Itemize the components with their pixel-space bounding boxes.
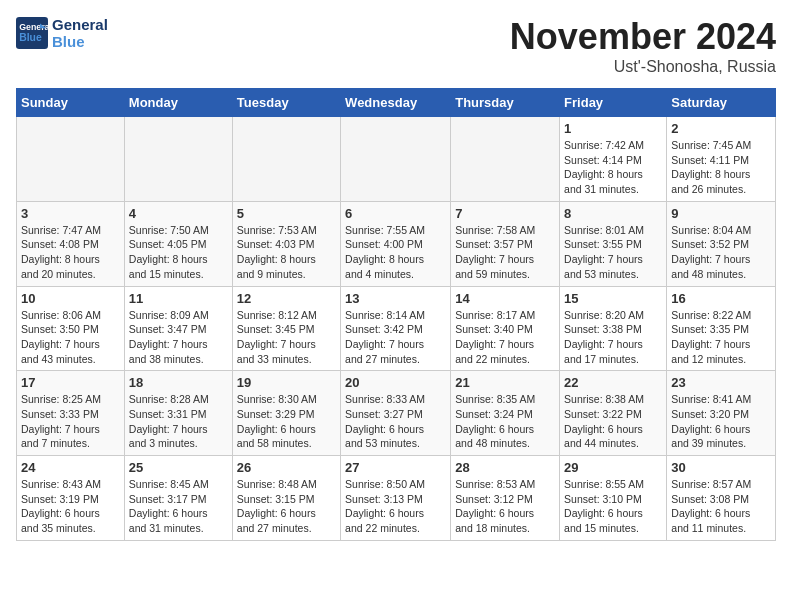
day-number: 22 (564, 375, 662, 390)
calendar-cell: 2Sunrise: 7:45 AMSunset: 4:11 PMDaylight… (667, 117, 776, 202)
calendar-cell: 13Sunrise: 8:14 AMSunset: 3:42 PMDayligh… (341, 286, 451, 371)
weekday-header-thursday: Thursday (451, 89, 560, 117)
day-info: Sunrise: 8:12 AMSunset: 3:45 PMDaylight:… (237, 308, 336, 367)
day-info: Sunrise: 7:45 AMSunset: 4:11 PMDaylight:… (671, 138, 771, 197)
day-info: Sunrise: 8:38 AMSunset: 3:22 PMDaylight:… (564, 392, 662, 451)
day-info: Sunrise: 7:42 AMSunset: 4:14 PMDaylight:… (564, 138, 662, 197)
calendar-cell (451, 117, 560, 202)
day-info: Sunrise: 8:06 AMSunset: 3:50 PMDaylight:… (21, 308, 120, 367)
calendar-cell: 17Sunrise: 8:25 AMSunset: 3:33 PMDayligh… (17, 371, 125, 456)
daylight-hours: and 59 minutes. (455, 267, 555, 282)
calendar-cell: 6Sunrise: 7:55 AMSunset: 4:00 PMDaylight… (341, 201, 451, 286)
daylight-hours: and 31 minutes. (564, 182, 662, 197)
day-number: 28 (455, 460, 555, 475)
day-number: 3 (21, 206, 120, 221)
day-info: Sunrise: 7:58 AMSunset: 3:57 PMDaylight:… (455, 223, 555, 282)
daylight-hours: and 22 minutes. (455, 352, 555, 367)
calendar-cell: 18Sunrise: 8:28 AMSunset: 3:31 PMDayligh… (124, 371, 232, 456)
day-info: Sunrise: 8:50 AMSunset: 3:13 PMDaylight:… (345, 477, 446, 536)
daylight-hours: and 15 minutes. (564, 521, 662, 536)
day-number: 15 (564, 291, 662, 306)
day-number: 5 (237, 206, 336, 221)
weekday-header-monday: Monday (124, 89, 232, 117)
calendar-cell: 23Sunrise: 8:41 AMSunset: 3:20 PMDayligh… (667, 371, 776, 456)
calendar-cell: 19Sunrise: 8:30 AMSunset: 3:29 PMDayligh… (232, 371, 340, 456)
daylight-hours: and 20 minutes. (21, 267, 120, 282)
calendar-cell (124, 117, 232, 202)
calendar-header-row: SundayMondayTuesdayWednesdayThursdayFrid… (17, 89, 776, 117)
day-info: Sunrise: 8:20 AMSunset: 3:38 PMDaylight:… (564, 308, 662, 367)
daylight-hours: and 48 minutes. (671, 267, 771, 282)
day-number: 20 (345, 375, 446, 390)
svg-text:Blue: Blue (19, 32, 42, 43)
daylight-hours: and 44 minutes. (564, 436, 662, 451)
daylight-hours: and 27 minutes. (345, 352, 446, 367)
calendar-cell: 20Sunrise: 8:33 AMSunset: 3:27 PMDayligh… (341, 371, 451, 456)
month-title: November 2024 (510, 16, 776, 58)
calendar-cell: 21Sunrise: 8:35 AMSunset: 3:24 PMDayligh… (451, 371, 560, 456)
daylight-hours: and 4 minutes. (345, 267, 446, 282)
day-info: Sunrise: 8:04 AMSunset: 3:52 PMDaylight:… (671, 223, 771, 282)
day-number: 11 (129, 291, 228, 306)
weekday-header-sunday: Sunday (17, 89, 125, 117)
day-info: Sunrise: 8:17 AMSunset: 3:40 PMDaylight:… (455, 308, 555, 367)
day-info: Sunrise: 8:33 AMSunset: 3:27 PMDaylight:… (345, 392, 446, 451)
calendar-cell (341, 117, 451, 202)
day-number: 30 (671, 460, 771, 475)
calendar-cell (17, 117, 125, 202)
day-info: Sunrise: 8:45 AMSunset: 3:17 PMDaylight:… (129, 477, 228, 536)
day-number: 6 (345, 206, 446, 221)
day-number: 17 (21, 375, 120, 390)
day-number: 1 (564, 121, 662, 136)
calendar-week-5: 24Sunrise: 8:43 AMSunset: 3:19 PMDayligh… (17, 456, 776, 541)
day-number: 9 (671, 206, 771, 221)
day-number: 12 (237, 291, 336, 306)
calendar-cell (232, 117, 340, 202)
day-number: 29 (564, 460, 662, 475)
calendar-cell: 8Sunrise: 8:01 AMSunset: 3:55 PMDaylight… (560, 201, 667, 286)
day-info: Sunrise: 8:01 AMSunset: 3:55 PMDaylight:… (564, 223, 662, 282)
daylight-hours: and 15 minutes. (129, 267, 228, 282)
calendar-cell: 25Sunrise: 8:45 AMSunset: 3:17 PMDayligh… (124, 456, 232, 541)
day-number: 4 (129, 206, 228, 221)
daylight-hours: and 22 minutes. (345, 521, 446, 536)
day-number: 13 (345, 291, 446, 306)
calendar-cell: 11Sunrise: 8:09 AMSunset: 3:47 PMDayligh… (124, 286, 232, 371)
daylight-hours: and 48 minutes. (455, 436, 555, 451)
calendar-cell: 28Sunrise: 8:53 AMSunset: 3:12 PMDayligh… (451, 456, 560, 541)
calendar-week-3: 10Sunrise: 8:06 AMSunset: 3:50 PMDayligh… (17, 286, 776, 371)
weekday-header-friday: Friday (560, 89, 667, 117)
day-number: 2 (671, 121, 771, 136)
day-number: 23 (671, 375, 771, 390)
day-info: Sunrise: 8:14 AMSunset: 3:42 PMDaylight:… (345, 308, 446, 367)
calendar-cell: 10Sunrise: 8:06 AMSunset: 3:50 PMDayligh… (17, 286, 125, 371)
calendar-cell: 3Sunrise: 7:47 AMSunset: 4:08 PMDaylight… (17, 201, 125, 286)
calendar-cell: 30Sunrise: 8:57 AMSunset: 3:08 PMDayligh… (667, 456, 776, 541)
daylight-hours: and 26 minutes. (671, 182, 771, 197)
day-number: 10 (21, 291, 120, 306)
daylight-hours: and 7 minutes. (21, 436, 120, 451)
calendar-week-1: 1Sunrise: 7:42 AMSunset: 4:14 PMDaylight… (17, 117, 776, 202)
daylight-hours: and 31 minutes. (129, 521, 228, 536)
weekday-header-wednesday: Wednesday (341, 89, 451, 117)
location: Ust'-Shonosha, Russia (510, 58, 776, 76)
daylight-hours: and 53 minutes. (345, 436, 446, 451)
day-number: 21 (455, 375, 555, 390)
logo-icon: General Blue (16, 17, 48, 49)
daylight-hours: and 9 minutes. (237, 267, 336, 282)
daylight-hours: and 53 minutes. (564, 267, 662, 282)
logo-text-general: General (52, 16, 108, 33)
day-number: 19 (237, 375, 336, 390)
calendar-cell: 5Sunrise: 7:53 AMSunset: 4:03 PMDaylight… (232, 201, 340, 286)
day-info: Sunrise: 8:28 AMSunset: 3:31 PMDaylight:… (129, 392, 228, 451)
daylight-hours: and 43 minutes. (21, 352, 120, 367)
daylight-hours: and 11 minutes. (671, 521, 771, 536)
day-info: Sunrise: 7:50 AMSunset: 4:05 PMDaylight:… (129, 223, 228, 282)
day-info: Sunrise: 8:55 AMSunset: 3:10 PMDaylight:… (564, 477, 662, 536)
day-number: 26 (237, 460, 336, 475)
day-info: Sunrise: 8:09 AMSunset: 3:47 PMDaylight:… (129, 308, 228, 367)
calendar-cell: 16Sunrise: 8:22 AMSunset: 3:35 PMDayligh… (667, 286, 776, 371)
calendar-week-4: 17Sunrise: 8:25 AMSunset: 3:33 PMDayligh… (17, 371, 776, 456)
day-info: Sunrise: 7:53 AMSunset: 4:03 PMDaylight:… (237, 223, 336, 282)
daylight-hours: and 39 minutes. (671, 436, 771, 451)
